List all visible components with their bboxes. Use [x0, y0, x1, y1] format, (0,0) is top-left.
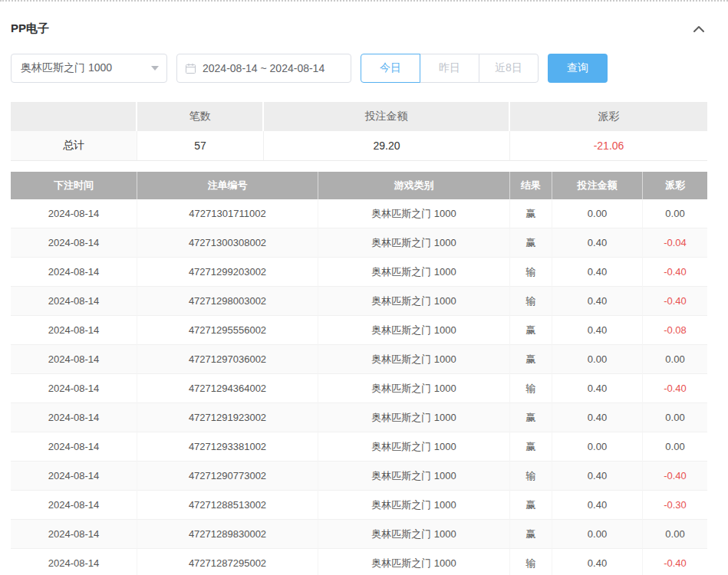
date-range-value: 2024-08-14 ~ 2024-08-14	[203, 62, 324, 74]
quick-range-yesterday[interactable]: 昨日	[420, 54, 479, 83]
table-cell: 0.40	[552, 462, 643, 491]
table-cell: 47271291923002	[137, 403, 318, 432]
bet-table-body: 2024-08-1447271301711002奥林匹斯之门 1000赢0.00…	[11, 199, 707, 575]
table-cell: 2024-08-14	[11, 374, 137, 403]
table-cell: 0.00	[643, 345, 707, 374]
column-header-bet-time: 下注时间	[11, 172, 137, 199]
table-cell: 47271300308002	[137, 228, 318, 258]
game-select[interactable]: 奥林匹斯之门 1000	[11, 54, 167, 83]
table-cell: 奥林匹斯之门 1000	[318, 491, 510, 520]
table-cell: -0.40	[643, 549, 707, 575]
summary-table: 笔数 投注金额 派彩 总计 57 29.20 -21.06	[11, 102, 707, 161]
table-cell: 2024-08-14	[11, 316, 137, 345]
table-cell: 输	[510, 374, 552, 403]
table-cell: 奥林匹斯之门 1000	[318, 316, 510, 345]
table-cell: 2024-08-14	[11, 520, 137, 549]
table-row: 2024-08-1447271289830002奥林匹斯之门 1000赢0.00…	[11, 520, 707, 549]
table-cell: -0.40	[643, 374, 707, 403]
date-range-picker[interactable]: 2024-08-14 ~ 2024-08-14	[176, 54, 351, 83]
table-cell: 47271293381002	[137, 432, 318, 462]
table-cell: 2024-08-14	[11, 199, 137, 228]
table-cell: 赢	[510, 199, 552, 228]
table-row: 2024-08-1447271294364002奥林匹斯之门 1000输0.40…	[11, 374, 707, 403]
table-cell: 0.40	[552, 287, 643, 316]
table-cell: 2024-08-14	[11, 345, 137, 374]
table-cell: 奥林匹斯之门 1000	[318, 199, 510, 228]
table-cell: 47271299203002	[137, 258, 318, 287]
table-cell: 赢	[510, 345, 552, 374]
table-cell: 47271289830002	[137, 520, 318, 549]
table-cell: 0.40	[552, 491, 643, 520]
table-row: 2024-08-1447271300308002奥林匹斯之门 1000赢0.40…	[11, 228, 707, 258]
table-cell: 0.00	[643, 199, 707, 228]
table-cell: 赢	[510, 432, 552, 462]
summary-header-count: 笔数	[137, 102, 264, 131]
table-cell: 输	[510, 549, 552, 575]
column-header-order-number: 注单编号	[137, 172, 318, 199]
summary-header-bet-amount: 投注金额	[264, 102, 510, 131]
table-cell: 47271301711002	[137, 199, 318, 228]
table-cell: 奥林匹斯之门 1000	[318, 549, 510, 575]
quick-range-today[interactable]: 今日	[361, 54, 420, 83]
table-cell: 2024-08-14	[11, 228, 137, 258]
column-header-game-type: 游戏类别	[318, 172, 510, 199]
table-cell: 0.40	[552, 258, 643, 287]
table-cell: 47271298003002	[137, 287, 318, 316]
table-row: 2024-08-1447271299203002奥林匹斯之门 1000输0.40…	[11, 258, 707, 287]
table-cell: 赢	[510, 403, 552, 432]
table-cell: -0.40	[643, 258, 707, 287]
table-cell: 47271295556002	[137, 316, 318, 345]
filter-row: 奥林匹斯之门 1000 2024-08-14 ~ 2024-08-14 今日 昨…	[11, 54, 707, 83]
table-row: 2024-08-1447271287295002奥林匹斯之门 1000输0.40…	[11, 549, 707, 575]
table-cell: 0.00	[552, 432, 643, 462]
column-header-result: 结果	[510, 172, 552, 199]
table-cell: 2024-08-14	[11, 491, 137, 520]
summary-total-label: 总计	[11, 131, 137, 161]
table-cell: 2024-08-14	[11, 432, 137, 462]
table-cell: -0.08	[643, 316, 707, 345]
table-cell: 2024-08-14	[11, 549, 137, 575]
table-cell: 赢	[510, 316, 552, 345]
table-cell: -0.40	[643, 287, 707, 316]
table-cell: 0.40	[552, 228, 643, 258]
table-cell: 47271288513002	[137, 491, 318, 520]
section-title: PP电子	[11, 21, 49, 36]
pp-electronic-section: PP电子 奥林匹斯之门 1000 2024-08-14 ~ 2024-08-14…	[0, 20, 728, 575]
quick-range-last-8-days[interactable]: 近8日	[479, 54, 539, 83]
table-cell: 0.00	[643, 403, 707, 432]
table-row: 2024-08-1447271288513002奥林匹斯之门 1000赢0.40…	[11, 491, 707, 520]
table-cell: 奥林匹斯之门 1000	[318, 345, 510, 374]
table-cell: 47271297036002	[137, 345, 318, 374]
table-row: 2024-08-1447271291923002奥林匹斯之门 1000赢0.40…	[11, 403, 707, 432]
search-button[interactable]: 查询	[548, 54, 608, 83]
table-cell: 0.00	[552, 199, 643, 228]
table-cell: 赢	[510, 491, 552, 520]
summary-total-row: 总计 57 29.20 -21.06	[11, 131, 707, 161]
table-cell: 奥林匹斯之门 1000	[318, 287, 510, 316]
top-divider	[0, 0, 728, 2]
table-cell: 0.00	[552, 520, 643, 549]
summary-bet-amount-value: 29.20	[264, 131, 510, 161]
table-cell: 0.40	[552, 374, 643, 403]
table-cell: 2024-08-14	[11, 258, 137, 287]
table-cell: 奥林匹斯之门 1000	[318, 432, 510, 462]
table-cell: 47271290773002	[137, 462, 318, 491]
table-cell: 输	[510, 258, 552, 287]
table-cell: 47271287295002	[137, 549, 318, 575]
table-row: 2024-08-1447271298003002奥林匹斯之门 1000输0.40…	[11, 287, 707, 316]
calendar-icon	[185, 63, 196, 74]
table-cell: 2024-08-14	[11, 462, 137, 491]
table-cell: 赢	[510, 520, 552, 549]
table-cell: 2024-08-14	[11, 287, 137, 316]
table-cell: 0.00	[643, 520, 707, 549]
table-row: 2024-08-1447271297036002奥林匹斯之门 1000赢0.00…	[11, 345, 707, 374]
table-cell: 赢	[510, 228, 552, 258]
chevron-up-icon	[693, 25, 704, 32]
summary-header-payout: 派彩	[510, 102, 707, 131]
table-cell: 奥林匹斯之门 1000	[318, 228, 510, 258]
table-cell: 奥林匹斯之门 1000	[318, 258, 510, 287]
table-row: 2024-08-1447271301711002奥林匹斯之门 1000赢0.00…	[11, 199, 707, 228]
collapse-button[interactable]	[690, 21, 707, 35]
bet-records-table: 下注时间 注单编号 游戏类别 结果 投注金额 派彩 2024-08-144727…	[11, 172, 707, 575]
bet-table-header-row: 下注时间 注单编号 游戏类别 结果 投注金额 派彩	[11, 172, 707, 199]
